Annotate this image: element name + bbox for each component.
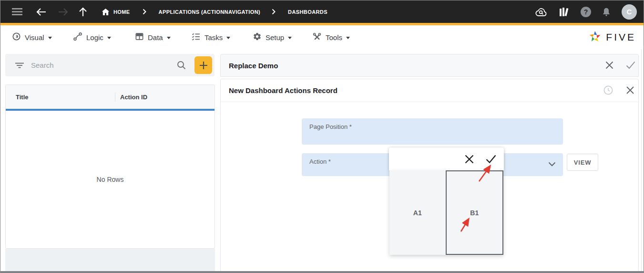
cell-a1[interactable]: A1 — [389, 170, 446, 255]
menu-tasks[interactable]: Tasks — [191, 25, 230, 49]
cell-b1-selected[interactable]: B1 — [446, 170, 504, 255]
page-position-label: Page Position * — [309, 123, 352, 130]
search-icon[interactable] — [177, 61, 186, 70]
menu-setup[interactable]: Setup — [253, 25, 292, 49]
history-clock-icon[interactable] — [603, 85, 613, 95]
setup-gear-icon — [253, 32, 262, 42]
up-arrow-icon[interactable] — [79, 7, 87, 17]
menu-visual-label: Visual — [25, 33, 44, 42]
logic-flow-icon — [73, 32, 82, 42]
chevron-right-icon — [272, 9, 276, 15]
panel-title: Replace Demo — [229, 62, 278, 70]
home-icon[interactable] — [102, 8, 110, 16]
search-bar — [5, 54, 215, 76]
menu-visual[interactable]: Visual — [12, 25, 52, 49]
menu-data-label: Data — [148, 33, 163, 42]
user-avatar[interactable]: C — [622, 4, 637, 20]
caret-down-icon — [167, 37, 171, 39]
filter-icon[interactable] — [15, 62, 24, 69]
breadcrumb-dashboards[interactable]: DASHBOARDS — [288, 9, 327, 15]
menu-data[interactable]: Data — [135, 25, 171, 49]
breadcrumb-applications[interactable]: APPLICATIONS (ACTIONNAVIGATION) — [159, 9, 260, 15]
avatar-initial: C — [627, 8, 632, 16]
menu-logic[interactable]: Logic — [73, 25, 111, 49]
visual-eye-icon — [12, 32, 21, 42]
confirm-check-icon[interactable] — [626, 61, 635, 69]
breadcrumb-home[interactable]: HOME — [113, 9, 130, 15]
chevron-right-icon — [143, 9, 146, 15]
back-arrow-icon[interactable] — [36, 8, 46, 16]
help-glyph: ? — [584, 8, 588, 16]
close-icon[interactable] — [605, 61, 613, 69]
five-brand-text: FIVE — [606, 32, 636, 43]
menu-tools[interactable]: Tools — [312, 25, 350, 49]
action-label: Action * — [309, 158, 331, 165]
top-navbar: HOME APPLICATIONS (ACTIONNAVIGATION) DAS… — [0, 0, 644, 23]
data-table-icon — [135, 32, 144, 42]
caret-down-icon — [107, 37, 111, 39]
forward-arrow-icon[interactable] — [58, 8, 68, 16]
menu-logic-label: Logic — [86, 33, 103, 42]
grid-footer — [5, 249, 215, 272]
column-divider — [115, 93, 115, 102]
search-input[interactable] — [31, 61, 177, 69]
menu-setup-label: Setup — [266, 33, 284, 42]
cell-picker-toolbar — [389, 147, 504, 170]
tools-wrench-icon — [312, 32, 322, 42]
cloud-search-icon[interactable] — [535, 7, 548, 17]
add-record-button[interactable] — [194, 56, 212, 74]
column-header-action-id[interactable]: Action ID — [120, 94, 147, 101]
view-button[interactable]: VIEW — [567, 154, 598, 171]
records-grid: Title Action ID No Rows — [5, 84, 215, 249]
no-rows-message: No Rows — [97, 176, 124, 183]
five-brand: FIVE — [588, 25, 636, 49]
popup-confirm-check-icon[interactable] — [486, 155, 496, 163]
caret-down-icon — [48, 37, 52, 39]
grid-header: Title Action ID — [6, 85, 215, 109]
caret-down-icon — [288, 37, 292, 39]
window-bottom-border — [0, 271, 644, 273]
menu-tasks-label: Tasks — [204, 33, 223, 42]
caret-down-icon — [346, 37, 350, 39]
five-logo-icon — [588, 29, 602, 45]
menu-toolbar: Visual Logic Data Tasks — [0, 25, 644, 49]
notifications-bell-icon[interactable] — [602, 7, 611, 17]
popup-cancel-icon[interactable] — [465, 155, 474, 164]
caret-down-icon — [226, 37, 230, 39]
replace-demo-bar: Replace Demo — [220, 54, 639, 77]
help-icon[interactable]: ? — [581, 7, 591, 17]
cell-picker-grid: A1 B1 — [389, 170, 503, 255]
chevron-down-icon[interactable] — [548, 162, 556, 167]
hamburger-menu-icon[interactable] — [12, 8, 22, 16]
menu-tools-label: Tools — [326, 33, 342, 42]
close-icon[interactable] — [626, 86, 634, 94]
app-window: HOME APPLICATIONS (ACTIONNAVIGATION) DAS… — [0, 0, 644, 273]
record-form-header: New Dashboard Actions Record — [221, 79, 638, 102]
library-books-icon[interactable] — [558, 7, 570, 17]
column-header-title[interactable]: Title — [16, 94, 29, 101]
record-title: New Dashboard Actions Record — [229, 86, 337, 94]
grid-body: No Rows — [6, 111, 215, 248]
tasks-checklist-icon — [191, 32, 201, 42]
navbar-right-icons: ? C — [535, 4, 637, 20]
page-position-field[interactable]: Page Position * — [302, 118, 563, 145]
scrollbar-track[interactable] — [641, 49, 642, 272]
